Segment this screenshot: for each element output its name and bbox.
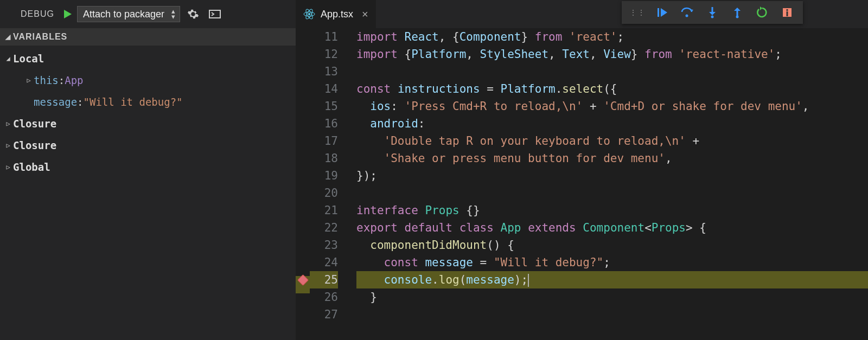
debug-console-icon[interactable] [206,10,224,18]
drag-handle-icon[interactable]: ⋮⋮ [625,8,650,17]
svg-rect-10 [712,7,713,12]
code-line[interactable]: } [356,288,868,306]
code-line[interactable]: componentDidMount() { [356,236,868,254]
svg-marker-0 [64,10,72,18]
line-number: 16 [310,115,338,132]
scope-closure-1[interactable]: ▷ Closure [0,113,296,134]
svg-point-15 [736,16,739,18]
debug-config-dropdown[interactable]: Attach to packager ▴▾ [77,6,180,22]
svg-rect-6 [658,8,659,17]
line-number: 27 [310,306,338,323]
svg-point-9 [686,15,688,17]
chevron-right-icon: ▷ [3,142,13,149]
line-number: 14 [310,80,338,98]
code-line[interactable] [356,306,868,323]
start-debug-icon[interactable] [62,9,73,20]
chevron-right-icon: ▷ [24,76,34,84]
line-number: 25 [310,271,338,288]
svg-rect-14 [737,10,738,16]
close-icon[interactable]: × [359,8,368,21]
variables-tree: ◢ Local ▷ this: App message: "Will it de… [0,46,296,178]
svg-rect-18 [787,11,788,16]
scope-local[interactable]: ◢ Local [0,48,296,69]
debug-title: DEBUG [7,9,58,19]
debug-header: DEBUG Attach to packager ▴▾ [0,0,296,28]
scope-closure-2[interactable]: ▷ Closure [0,134,296,156]
code-line[interactable] [356,184,868,202]
chevron-right-icon: ▷ [3,120,13,127]
code-line[interactable]: const instructions = Platform.select({ [356,80,868,98]
code-line[interactable]: import React, {Component} from 'react'; [356,28,868,46]
line-number: 21 [310,202,338,219]
debug-toolbar[interactable]: ⋮⋮ [622,1,803,24]
step-into-button[interactable] [700,1,725,24]
line-number: 22 [310,219,338,236]
line-number: 19 [310,167,338,184]
svg-point-12 [711,16,714,18]
svg-rect-1 [209,10,220,18]
line-number: 26 [310,288,338,306]
step-over-button[interactable] [675,1,700,24]
line-number: 17 [310,132,338,150]
stop-button[interactable] [775,1,800,24]
code-line[interactable]: 'Shake or press menu button for dev menu… [356,150,868,167]
tab-filename: App.tsx [321,9,353,20]
variable-this[interactable]: ▷ this: App [0,69,296,91]
code-line[interactable]: ios: 'Press Cmd+R to reload,\n' + 'Cmd+D… [356,98,868,115]
line-number: 20 [310,184,338,202]
variables-section-label: VARIABLES [13,32,67,42]
scope-global[interactable]: ▷ Global [0,156,296,178]
svg-marker-8 [690,9,693,12]
react-icon [303,8,315,20]
line-number: 13 [310,63,338,80]
code-line[interactable]: 'Double tap R on your keyboard to reload… [356,132,868,150]
continue-button[interactable] [650,1,675,24]
line-number: 15 [310,98,338,115]
restart-button[interactable] [750,1,775,24]
chevron-right-icon: ▷ [3,163,13,171]
text-cursor [528,274,529,287]
gear-icon[interactable] [184,8,202,20]
variable-message[interactable]: message: "Will it debug?" [0,91,296,113]
svg-marker-16 [760,7,762,10]
code-line[interactable] [356,63,868,80]
variables-section-header[interactable]: ◢ VARIABLES [0,28,296,46]
code-line[interactable]: android: [356,115,868,132]
code-line[interactable]: console.log(message); [356,271,868,288]
debug-sidebar: DEBUG Attach to packager ▴▾ ◢ VARIABLES … [0,0,296,340]
editor-pane: App.tsx × ⋮⋮ 111213141516171819202122232… [296,0,868,340]
breakpoint-marker[interactable] [297,274,309,286]
chevron-down-icon: ◢ [3,55,13,62]
chevron-updown-icon: ▴▾ [171,9,175,20]
code-editor[interactable]: 1112131415161718192021222324252627import… [296,28,868,340]
svg-marker-7 [661,8,667,17]
line-number: 23 [310,236,338,254]
svg-rect-19 [787,9,788,11]
line-number: 12 [310,46,338,63]
code-line[interactable]: }); [356,167,868,184]
step-out-button[interactable] [725,1,750,24]
line-number: 18 [310,150,338,167]
chevron-down-icon: ◢ [3,33,13,41]
code-line[interactable]: export default class App extends Compone… [356,219,868,236]
code-line[interactable]: interface Props {} [356,202,868,219]
code-line[interactable]: import {Platform, StyleSheet, Text, View… [356,46,868,63]
line-number: 24 [310,254,338,271]
code-line[interactable]: const message = "Will it debug?"; [356,254,868,271]
tab-app-tsx[interactable]: App.tsx × [296,0,376,28]
svg-marker-11 [709,12,716,15]
line-number: 11 [310,28,338,46]
debug-config-label: Attach to packager [83,9,164,20]
svg-point-2 [308,13,310,15]
